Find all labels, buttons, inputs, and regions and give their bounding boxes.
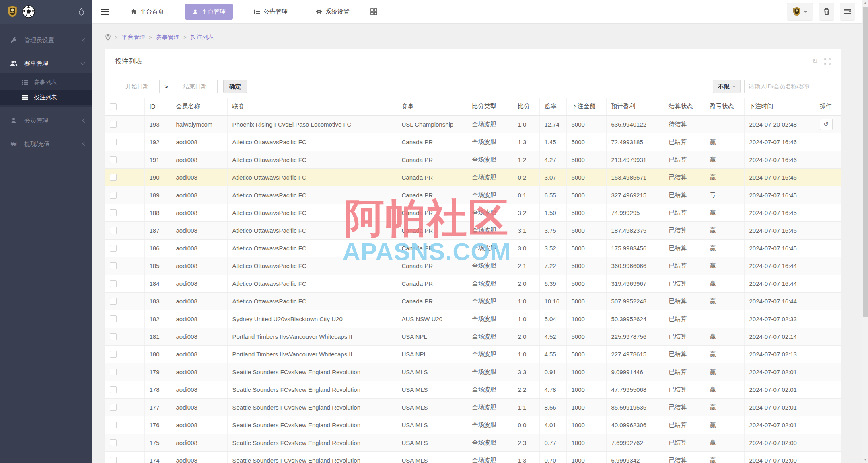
cell-action <box>815 151 841 168</box>
cell-member: aodi008 <box>171 292 227 310</box>
cell-id: 175 <box>144 434 171 451</box>
row-checkbox[interactable] <box>110 422 117 428</box>
row-checkbox[interactable] <box>110 156 117 163</box>
date-range-separator-button[interactable]: > <box>160 80 173 93</box>
table-row: 179aodi008Seattle Sounders FCvsNew Engla… <box>105 363 841 381</box>
row-checkbox[interactable] <box>110 404 117 411</box>
row-checkbox[interactable] <box>110 139 117 145</box>
col-header-action: 操作 <box>815 98 841 115</box>
cell-amount: 5000 <box>566 115 606 133</box>
log-list-button[interactable] <box>840 3 855 21</box>
cell-select <box>105 186 144 204</box>
cell-settle-status: 已结算 <box>664 416 705 434</box>
sidebar-item-label: 提现/充值 <box>24 140 50 148</box>
row-checkbox[interactable] <box>110 227 117 234</box>
cell-win-status: 亏 <box>705 186 744 204</box>
row-checkbox[interactable] <box>110 245 117 252</box>
cell-time: 2024-07-07 02:01 <box>744 416 815 434</box>
cell-profit: 636.9940122 <box>606 115 664 133</box>
row-checkbox[interactable] <box>110 315 117 322</box>
table-row: 187aodi008Atletico OttawavsPacific FCCan… <box>105 221 841 239</box>
row-checkbox[interactable] <box>110 439 117 446</box>
cell-id: 186 <box>144 239 171 257</box>
cell-event: Canada PR <box>397 133 467 151</box>
resettle-button[interactable]: ↺ <box>820 119 833 130</box>
row-checkbox[interactable] <box>110 280 117 287</box>
sidebar-toggle-button[interactable] <box>101 8 109 16</box>
row-checkbox[interactable] <box>110 386 117 393</box>
user-avatar-button[interactable] <box>787 3 813 21</box>
trash-button[interactable] <box>819 3 834 21</box>
top-navbar: 平台首页 平台管理 公告管理 系统设置 <box>0 0 862 24</box>
end-date-input[interactable] <box>173 80 218 93</box>
cell-select <box>105 434 144 451</box>
row-checkbox[interactable] <box>110 174 117 181</box>
cell-profit: 153.4985571 <box>606 168 664 186</box>
cell-select <box>105 204 144 221</box>
user-icon <box>192 9 198 15</box>
row-checkbox[interactable] <box>110 209 117 216</box>
scroll-up-arrow[interactable]: ▲ <box>862 0 868 6</box>
cell-profit: 9.09991446 <box>606 363 664 381</box>
event-management-submenu: 赛事列表 投注列表 <box>0 73 92 107</box>
main-content: > 平台管理 > 赛事管理 > 投注列表 投注列表 ↻ > 确定 不限 <box>92 24 862 463</box>
cell-amount: 5000 <box>566 275 606 292</box>
start-date-input[interactable] <box>115 80 160 93</box>
nav-item-system-settings[interactable]: 系统设置 <box>309 4 357 20</box>
refresh-icon[interactable]: ↻ <box>812 58 818 65</box>
cell-action <box>815 292 841 310</box>
breadcrumb-link-events[interactable]: 赛事管理 <box>156 33 179 41</box>
row-checkbox[interactable] <box>110 262 117 269</box>
sidebar-item-bet-list[interactable]: 投注列表 <box>0 90 92 105</box>
sidebar-item-member-management[interactable]: 会员管理 <box>0 111 92 130</box>
cell-action <box>815 381 841 398</box>
cell-score: 3:0 <box>513 239 539 257</box>
cell-event: USA MLS <box>397 434 467 451</box>
breadcrumb-link-platform[interactable]: 平台管理 <box>122 33 145 41</box>
cell-odds: 4.01 <box>539 416 566 434</box>
cell-odds: 12.74 <box>539 115 566 133</box>
cell-odds: 7.22 <box>539 257 566 275</box>
sidebar-item-event-list[interactable]: 赛事列表 <box>0 74 92 90</box>
cell-score-type: 全场波胆 <box>467 239 513 257</box>
sidebar-item-admin-settings[interactable]: 管理员设置 <box>0 31 92 49</box>
cell-score-type: 全场波胆 <box>467 363 513 381</box>
row-checkbox[interactable] <box>110 298 117 305</box>
table-row: 192aodi008Atletico OttawavsPacific FCCan… <box>105 133 841 151</box>
col-header-amount: 下注金额 <box>566 98 606 115</box>
cell-odds: 0.91 <box>539 363 566 381</box>
cell-event: Canada PR <box>397 204 467 221</box>
row-checkbox[interactable] <box>110 121 117 128</box>
sidebar-item-withdraw-recharge[interactable]: ₩ 提现/充值 <box>0 135 92 153</box>
cell-member: aodi008 <box>171 416 227 434</box>
select-all-checkbox[interactable] <box>110 103 117 110</box>
water-drop-icon[interactable] <box>78 8 84 16</box>
row-checkbox[interactable] <box>110 369 117 375</box>
cell-member: aodi008 <box>171 257 227 275</box>
cell-score: 2:0 <box>513 275 539 292</box>
nav-item-platform-management[interactable]: 平台管理 <box>185 4 233 20</box>
cell-win-status: 赢 <box>705 416 744 434</box>
row-checkbox[interactable] <box>110 457 117 463</box>
row-checkbox[interactable] <box>110 351 117 358</box>
cell-win-status: 赢 <box>705 434 744 451</box>
page-scrollbar[interactable]: ▲ ▼ <box>862 0 868 463</box>
confirm-button[interactable]: 确定 <box>223 80 247 93</box>
col-header-odds: 赔率 <box>539 98 566 115</box>
row-checkbox[interactable] <box>110 192 117 199</box>
nav-item-platform-home[interactable]: 平台首页 <box>123 4 171 20</box>
cell-time: 2024-07-07 16:45 <box>744 221 815 239</box>
apps-grid-icon[interactable] <box>370 8 377 15</box>
sidebar: 管理员设置 赛事管理 赛事列表 投注列表 会员管理 <box>0 24 92 463</box>
bet-table: ID 会员名称 联赛 赛事 比分类型 比分 赔率 下注金额 预计盈利 结算状态 … <box>105 98 841 463</box>
scroll-down-arrow[interactable]: ▼ <box>862 457 868 463</box>
fullscreen-icon[interactable] <box>824 58 831 65</box>
row-checkbox[interactable] <box>110 333 117 340</box>
nav-item-announcement-management[interactable]: 公告管理 <box>247 4 295 20</box>
cell-profit: 47.79955068 <box>606 381 664 398</box>
type-filter-dropdown[interactable]: 不限 <box>713 80 741 93</box>
breadcrumb-link-bets[interactable]: 投注列表 <box>191 33 214 41</box>
search-input[interactable] <box>744 80 831 93</box>
sidebar-item-event-management[interactable]: 赛事管理 <box>0 54 92 73</box>
scrollbar-thumb[interactable] <box>863 7 868 317</box>
